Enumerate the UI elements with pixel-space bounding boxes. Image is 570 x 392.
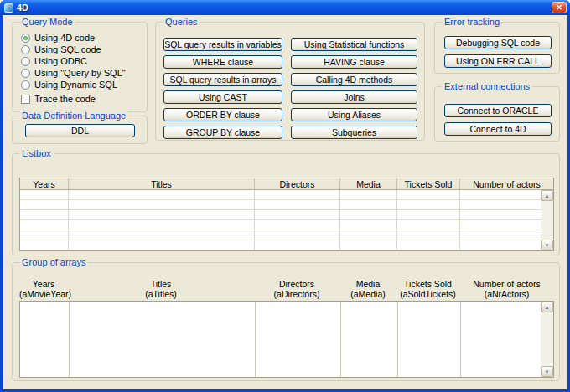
window-title: 4D (17, 3, 28, 13)
listbox-cell (397, 240, 460, 250)
radio-using-sql-code[interactable]: Using SQL code (21, 44, 101, 55)
queries-group-title: Queries (163, 17, 200, 27)
listbox-column-header-media[interactable]: Media (340, 178, 397, 189)
array-column-name: (aSoldTickets) (396, 289, 459, 299)
listbox-row[interactable] (20, 230, 541, 240)
array-column-name: (aMovieYear) (19, 289, 68, 299)
radio-icon (21, 80, 30, 90)
listbox-cell (20, 220, 69, 230)
query-button-order-by[interactable]: ORDER BY clause (163, 108, 282, 121)
listbox-cell (255, 230, 340, 240)
listbox-cell (397, 200, 460, 209)
scroll-down-button[interactable]: ▼ (541, 366, 553, 377)
radio-using-dynamic-sql[interactable]: Using Dynamic SQL (21, 79, 117, 90)
listbox-column-header-tickets-sold[interactable]: Tickets Sold (397, 178, 460, 189)
query-mode-group-title: Query Mode (19, 17, 75, 27)
trace-the-code-checkbox[interactable]: Trace the code (21, 93, 96, 105)
listbox-cell (460, 210, 541, 219)
listbox-cell (255, 200, 340, 209)
array-column-name: (aMedia) (339, 289, 396, 299)
array-column-name: (aNrActors) (459, 289, 554, 299)
radio-label: Using 4D code (34, 33, 95, 43)
scroll-track[interactable] (541, 201, 553, 240)
array-column-header-years: Years (aMovieYear) (19, 279, 68, 299)
radio-label: Using ODBC (34, 56, 87, 66)
group-of-arrays-group-title: Group of arrays (19, 257, 88, 267)
query-button-sql-results-arrays[interactable]: SQL query results in arrays (163, 73, 282, 86)
listbox-cell (340, 220, 397, 230)
listbox-row[interactable] (20, 240, 541, 250)
listbox-row[interactable] (20, 220, 541, 230)
close-button[interactable]: ✕ (552, 2, 567, 13)
window-client-area: Query Mode Using 4D code Using SQL code … (3, 15, 567, 389)
listbox-cell (69, 200, 255, 209)
arrow-down-icon: ▼ (545, 243, 550, 248)
radio-using-odbc[interactable]: Using ODBC (21, 55, 87, 67)
listbox-cell (255, 190, 340, 199)
listbox-column-header-titles[interactable]: Titles (69, 178, 255, 189)
debugging-sql-code-button[interactable]: Debugging SQL code (444, 36, 552, 49)
listbox-cell (460, 220, 541, 230)
listbox-row[interactable] (20, 190, 541, 200)
query-mode-group: Query Mode Using 4D code Using SQL code … (12, 22, 148, 112)
query-button-statistical-functions[interactable]: Using Statistical functions (291, 38, 417, 51)
listbox-cell (255, 210, 340, 219)
radio-using-4d-code[interactable]: Using 4D code (21, 32, 95, 44)
radio-selected-icon (21, 34, 30, 43)
ddl-button[interactable]: DDL (25, 124, 135, 137)
ddl-group: Data Definition Language DDL (12, 116, 148, 144)
listbox-cell (69, 230, 255, 240)
query-button-group-by[interactable]: GROUP BY clause (163, 126, 282, 139)
using-on-err-call-button[interactable]: Using ON ERR CALL (444, 54, 552, 68)
queries-group: Queries SQL query results in variables W… (155, 22, 425, 141)
listbox-row[interactable] (20, 200, 541, 210)
query-button-joins[interactable]: Joins (291, 90, 417, 104)
listbox-cell (69, 190, 255, 199)
title-bar[interactable]: 4D ✕ (0, 0, 570, 15)
column-divider (69, 302, 70, 377)
arrays-vertical-scrollbar[interactable]: ▲ ▼ (541, 302, 553, 377)
radio-using-query-by-sql[interactable]: Using "Query by SQL" (21, 67, 126, 79)
listbox-cell (397, 210, 460, 219)
listbox-cell (340, 210, 397, 219)
query-button-subqueries[interactable]: Subqueries (291, 126, 417, 139)
listbox[interactable]: Years Titles Directors Media Tickets Sol… (19, 178, 554, 251)
listbox-column-header-directors[interactable]: Directors (255, 178, 340, 189)
listbox-cell (397, 190, 460, 199)
listbox-cell (397, 220, 460, 230)
connect-to-4d-button[interactable]: Connect to 4D (444, 122, 552, 136)
query-button-calling-4d-methods[interactable]: Calling 4D methods (291, 73, 417, 86)
scroll-down-button[interactable]: ▼ (541, 240, 553, 250)
listbox-cell (397, 230, 460, 240)
connect-to-oracle-button[interactable]: Connect to ORACLE (444, 104, 552, 117)
ddl-group-title: Data Definition Language (19, 111, 128, 121)
query-button-having-clause[interactable]: HAVING clause (291, 55, 417, 69)
listbox-cell (69, 240, 255, 250)
listbox-cell (20, 240, 69, 250)
scroll-track[interactable] (541, 312, 553, 366)
query-button-using-cast[interactable]: Using CAST (163, 90, 282, 104)
query-button-where-clause[interactable]: WHERE clause (163, 55, 282, 69)
error-tracking-group-title: Error tracking (442, 17, 502, 27)
arrays-list-area[interactable]: ▲ ▼ (19, 301, 554, 378)
listbox-column-header-number-of-actors[interactable]: Number of actors (460, 178, 553, 189)
listbox-cell (340, 200, 397, 209)
array-column-header-number-of-actors: Number of actors (aNrActors) (459, 279, 554, 299)
listbox-group-title: Listbox (19, 148, 54, 158)
checkbox-label: Trace the code (34, 94, 96, 104)
query-button-using-aliases[interactable]: Using Aliases (291, 108, 417, 121)
listbox-column-header-years[interactable]: Years (20, 178, 69, 189)
listbox-cell (340, 240, 397, 250)
scroll-up-button[interactable]: ▲ (541, 190, 553, 201)
listbox-vertical-scrollbar[interactable]: ▲ ▼ (541, 190, 553, 250)
query-button-sql-results-variables[interactable]: SQL query results in variables (163, 38, 282, 51)
listbox-cell (255, 240, 340, 250)
listbox-cell (460, 240, 541, 250)
scroll-up-button[interactable]: ▲ (541, 302, 553, 312)
listbox-header-row: Years Titles Directors Media Tickets Sol… (20, 178, 553, 190)
listbox-cell (340, 230, 397, 240)
array-column-name: (aTitles) (68, 289, 254, 299)
column-divider (340, 302, 341, 377)
radio-label: Using "Query by SQL" (34, 68, 126, 78)
listbox-row[interactable] (20, 210, 541, 220)
